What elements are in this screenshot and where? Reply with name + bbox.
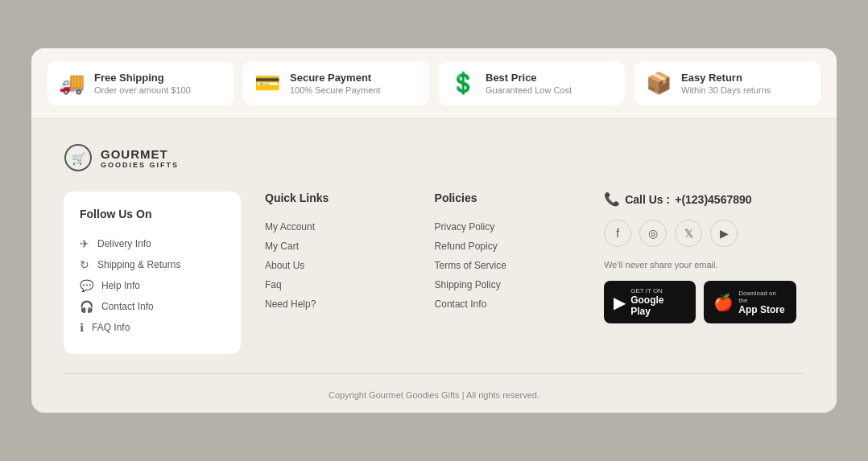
app-store-top: Download on the <box>738 290 787 304</box>
social-facebook-button[interactable]: f <box>604 220 631 247</box>
follow-item-help-info[interactable]: 💬 Help Info <box>80 275 225 296</box>
follow-item-icon: ↻ <box>80 258 89 271</box>
follow-item-icon: 🎧 <box>80 300 93 313</box>
follow-item-shipping-&-returns[interactable]: ↻ Shipping & Returns <box>80 254 225 275</box>
best-price-icon: 💲 <box>450 71 476 96</box>
logo-sub: GOODIES GIFTS <box>101 161 179 169</box>
secure-payment-title: Secure Payment <box>290 72 381 84</box>
social-icons: f◎𝕏▶ <box>604 220 796 247</box>
follow-item-contact-info[interactable]: 🎧 Contact Info <box>80 296 225 317</box>
best-price-subtitle: Guaranteed Low Cost <box>486 85 572 95</box>
phone-line: 📞 Call Us : +(123)4567890 <box>604 191 796 207</box>
policies-title: Policies <box>435 191 572 204</box>
feature-best-price: 💲 Best Price Guaranteed Low Cost <box>439 61 625 105</box>
policy-contact-info[interactable]: Contact Info <box>435 294 572 314</box>
quick-links-list: My AccountMy CartAbout UsFaqNeed Help? <box>265 217 403 314</box>
social-twitter-button[interactable]: 𝕏 <box>675 220 702 247</box>
feature-easy-return: 📦 Easy Return Within 30 Days returns <box>634 61 820 105</box>
policies-column: Policies Privacy PolicyRefund PopicyTerm… <box>427 191 581 354</box>
phone-label: Call Us : <box>625 193 670 206</box>
secure-payment-icon: 💳 <box>254 71 280 96</box>
logo-area: 🛒 GOURMET GOODIES GIFTS <box>64 143 804 172</box>
app-buttons: ▶ GET IT ON Google Play 🍎 Download on th… <box>604 281 796 323</box>
follow-item-faq-info[interactable]: ℹ FAQ Info <box>80 317 225 338</box>
policy-privacy-policy[interactable]: Privacy Policy <box>435 217 572 237</box>
quick-links-title: Quick Links <box>265 191 403 204</box>
follow-item-label: FAQ Info <box>92 322 130 333</box>
easy-return-subtitle: Within 30 Days returns <box>681 85 771 95</box>
google-play-icon: ▶ <box>614 293 626 312</box>
follow-title: Follow Us On <box>80 208 225 220</box>
share-note: We'll never share your email. <box>604 260 796 270</box>
feature-free-shipping: 🚚 Free Shipping Order over amount $100 <box>48 61 234 105</box>
phone-icon: 📞 <box>604 191 620 207</box>
google-play-top: GET IT ON <box>630 287 686 294</box>
quick-link-about-us[interactable]: About Us <box>265 256 403 275</box>
apple-icon: 🍎 <box>713 293 734 312</box>
follow-item-icon: 💬 <box>80 279 93 292</box>
quick-links-column: Quick Links My AccountMy CartAbout UsFaq… <box>257 191 411 354</box>
easy-return-icon: 📦 <box>646 71 672 96</box>
main-card: 🚚 Free Shipping Order over amount $100 💳… <box>31 48 837 413</box>
follow-column: Follow Us On ✈ Delivery Info ↻ Shipping … <box>64 191 241 354</box>
features-bar: 🚚 Free Shipping Order over amount $100 💳… <box>31 48 837 119</box>
follow-item-delivery-info[interactable]: ✈ Delivery Info <box>80 233 225 254</box>
copyright: Copyright Gourmet Goodies Gifts | All ri… <box>64 373 804 413</box>
follow-item-icon: ℹ <box>80 321 84 334</box>
app-store-main: App Store <box>738 304 787 315</box>
policies-list: Privacy PolicyRefund PopicyTerms of Serv… <box>435 217 572 314</box>
contact-column: 📞 Call Us : +(123)4567890 f◎𝕏▶ We'll nev… <box>596 191 804 354</box>
follow-item-label: Help Info <box>101 280 140 291</box>
quick-link-faq[interactable]: Faq <box>265 275 403 294</box>
secure-payment-subtitle: 100% Secure Payment <box>290 85 381 95</box>
logo-icon: 🛒 <box>64 143 93 172</box>
social-youtube-button[interactable]: ▶ <box>710 220 738 247</box>
footer: 🛒 GOURMET GOODIES GIFTS Follow Us On ✈ D… <box>31 119 837 413</box>
follow-item-label: Shipping & Returns <box>97 259 180 270</box>
svg-text:🛒: 🛒 <box>72 152 86 166</box>
easy-return-title: Easy Return <box>681 72 771 84</box>
follow-items: ✈ Delivery Info ↻ Shipping & Returns 💬 H… <box>80 233 225 338</box>
policy-refund-popicy[interactable]: Refund Popicy <box>435 237 572 256</box>
best-price-title: Best Price <box>486 72 572 84</box>
quick-link-need-help?[interactable]: Need Help? <box>265 294 403 314</box>
google-play-button[interactable]: ▶ GET IT ON Google Play <box>604 281 696 323</box>
footer-columns: Follow Us On ✈ Delivery Info ↻ Shipping … <box>64 191 804 354</box>
quick-link-my-cart[interactable]: My Cart <box>265 237 403 256</box>
logo-main: GOURMET <box>101 147 179 161</box>
free-shipping-icon: 🚚 <box>59 71 85 96</box>
free-shipping-subtitle: Order over amount $100 <box>94 85 191 95</box>
google-play-main: Google Play <box>630 294 686 317</box>
free-shipping-title: Free Shipping <box>94 72 191 84</box>
quick-link-my-account[interactable]: My Account <box>265 217 403 237</box>
policy-shipping-policy[interactable]: Shipping Policy <box>435 275 572 294</box>
feature-secure-payment: 💳 Secure Payment 100% Secure Payment <box>243 61 429 105</box>
app-store-button[interactable]: 🍎 Download on the App Store <box>704 281 796 323</box>
follow-item-label: Contact Info <box>101 301 154 312</box>
follow-item-icon: ✈ <box>80 237 89 250</box>
phone-number: +(123)4567890 <box>675 193 751 206</box>
policy-terms-of-service[interactable]: Terms of Service <box>435 256 572 275</box>
follow-item-label: Delivery Info <box>97 238 151 249</box>
social-instagram-button[interactable]: ◎ <box>639 220 667 247</box>
